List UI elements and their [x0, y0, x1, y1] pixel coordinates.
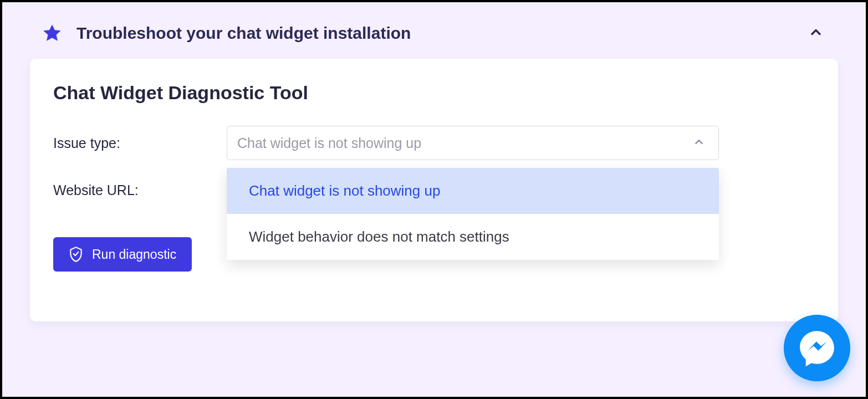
- shield-check-icon: [69, 246, 83, 263]
- section-header: Troubleshoot your chat widget installati…: [2, 2, 866, 45]
- messenger-icon: [796, 327, 838, 369]
- star-icon: [41, 22, 63, 44]
- issue-type-value: Chat widget is not showing up: [237, 135, 421, 151]
- dropdown-option[interactable]: Widget behavior does not match settings: [227, 214, 719, 260]
- issue-type-select[interactable]: Chat widget is not showing up: [227, 126, 719, 160]
- dropdown-option[interactable]: Chat widget is not showing up: [227, 168, 719, 214]
- section-title: Troubleshoot your chat widget installati…: [76, 24, 411, 43]
- chevron-up-icon: [693, 136, 705, 150]
- issue-type-dropdown: Chat widget is not showing up Widget beh…: [227, 168, 719, 260]
- collapse-toggle[interactable]: [805, 21, 827, 45]
- issue-type-select-wrap: Chat widget is not showing up Chat widge…: [227, 126, 719, 160]
- header-left-group: Troubleshoot your chat widget installati…: [41, 22, 411, 44]
- issue-type-label: Issue type:: [53, 135, 227, 151]
- diagnostic-card: Chat Widget Diagnostic Tool Issue type: …: [30, 59, 838, 321]
- issue-type-row: Issue type: Chat widget is not showing u…: [53, 126, 815, 160]
- messenger-fab[interactable]: [784, 315, 850, 381]
- run-diagnostic-button[interactable]: Run diagnostic: [53, 237, 192, 272]
- run-button-label: Run diagnostic: [92, 247, 176, 262]
- card-title: Chat Widget Diagnostic Tool: [53, 82, 815, 104]
- website-url-label: Website URL:: [53, 182, 227, 198]
